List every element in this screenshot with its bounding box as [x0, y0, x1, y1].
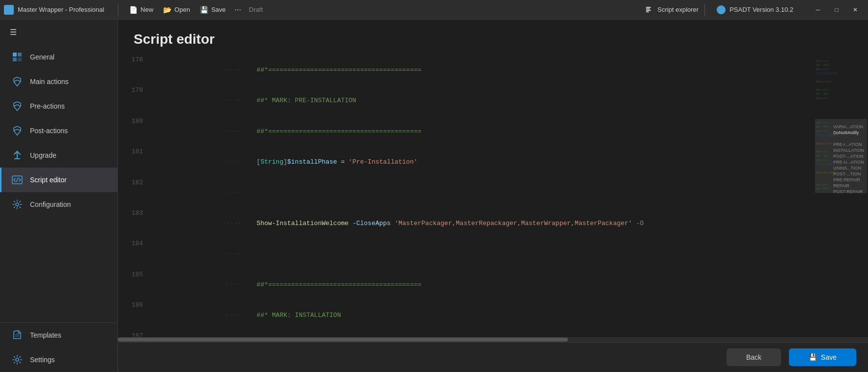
templates-label: Templates — [30, 331, 61, 339]
save-button[interactable]: 💾 Save — [789, 348, 856, 366]
code-param: -CloseApps — [352, 220, 391, 227]
line-content[interactable]: ···· ##*================================… — [161, 331, 814, 337]
svg-rect-7 — [646, 11, 649, 12]
minimap-label: REPAIR — [831, 183, 866, 189]
minimap-code-top: ##=====##* VARI##=====[String]$insShow-I… — [814, 55, 868, 119]
script-editor-label: Script editor — [30, 176, 67, 184]
templates-icon — [11, 330, 23, 341]
sidebar-item-pre-actions[interactable]: Pre-actions — [0, 94, 117, 118]
minimap-label: POST-REPAIR — [831, 189, 866, 195]
svg-rect-1 — [9, 6, 13, 9]
table-row: 184 ···· — [118, 239, 814, 269]
main-layout: ☰ General Main actions — [0, 20, 868, 372]
minimap-label: UNINS...TION — [831, 165, 866, 171]
sidebar-item-script-editor[interactable]: Script editor — [0, 168, 117, 192]
line-gutter — [151, 300, 161, 331]
window-controls: ─ □ ✕ — [809, 3, 864, 17]
general-icon — [11, 52, 23, 62]
separator-1 — [118, 4, 118, 16]
line-content[interactable]: ···· [String]$installPhase = 'Pre-Instal… — [161, 147, 814, 177]
sidebar-item-main-actions[interactable]: Main actions — [0, 69, 117, 94]
line-number: 179 — [118, 86, 151, 116]
svg-rect-2 — [5, 10, 8, 14]
line-content[interactable]: ···· — [161, 239, 814, 269]
sidebar-item-post-actions[interactable]: Post-actions — [0, 118, 117, 143]
psadt-icon — [717, 5, 726, 14]
svg-rect-11 — [18, 53, 22, 57]
line-number: 186 — [118, 300, 151, 331]
sidebar-item-settings[interactable]: Settings — [0, 347, 117, 372]
save-icon: 💾 — [200, 6, 208, 14]
maximize-button[interactable]: □ — [828, 3, 845, 17]
minimap-labels: VARIA...ATION DoNotModify PRE-I...ATION … — [831, 124, 866, 195]
save-button-icon: 💾 — [809, 353, 817, 361]
app-icon — [4, 5, 14, 15]
line-number: 187 — [118, 331, 151, 337]
line-number: 180 — [118, 116, 151, 147]
minimap-label: POST-...TION — [831, 171, 866, 177]
script-explorer-button[interactable]: Script explorer — [640, 4, 705, 16]
minimap-label: INSTALLATION — [831, 147, 866, 153]
script-explorer-icon — [645, 6, 653, 14]
table-row: 183 ···· Show-InstallationWelcome -Close… — [118, 208, 814, 239]
sidebar-item-upgrade[interactable]: Upgrade — [0, 143, 117, 168]
line-number: 184 — [118, 239, 151, 269]
back-button[interactable]: Back — [727, 348, 781, 366]
new-button[interactable]: 📄 New — [124, 4, 158, 16]
minimap-label: PRE-REPAIR — [831, 177, 866, 183]
svg-rect-3 — [9, 10, 13, 14]
code-editor[interactable]: 178 ···· ##*============================… — [118, 55, 814, 337]
line-content[interactable]: ···· ##*================================… — [161, 116, 814, 147]
dot-indent: ···· — [226, 312, 256, 319]
code-comment: ##*=====================================… — [256, 281, 421, 288]
more-button[interactable]: ··· — [231, 3, 245, 16]
line-number: 182 — [118, 178, 151, 208]
line-gutter — [151, 270, 161, 300]
line-content[interactable]: ···· ##* MARK: INSTALLATION — [161, 300, 814, 331]
line-content[interactable]: ···· Show-InstallationWelcome -CloseApps… — [161, 208, 814, 239]
minimap-label: POST-...ATION — [831, 153, 866, 159]
content-header: Script editor — [118, 20, 868, 55]
svg-rect-5 — [646, 8, 650, 9]
svg-rect-4 — [646, 7, 651, 8]
minimap-label: DoNotModify — [831, 130, 866, 136]
psadt-version: PSADT Version 3.10.2 — [711, 3, 799, 16]
open-button[interactable]: 📂 Open — [158, 4, 195, 16]
titlebar-right: Script explorer PSADT Version 3.10.2 ─ □… — [640, 3, 864, 17]
settings-icon — [11, 354, 23, 365]
editor-wrapper: 178 ···· ##*============================… — [118, 55, 868, 337]
scrollbar-thumb[interactable] — [118, 338, 568, 342]
sidebar-item-configuration[interactable]: Configuration — [0, 192, 117, 217]
sidebar-item-general[interactable]: General — [0, 45, 117, 69]
close-button[interactable]: ✕ — [846, 3, 864, 17]
code-table: 178 ···· ##*============================… — [118, 55, 814, 337]
main-actions-label: Main actions — [30, 78, 69, 86]
line-number: 181 — [118, 147, 151, 177]
line-content[interactable]: ···· ##*================================… — [161, 270, 814, 300]
horizontal-scrollbar[interactable] — [118, 337, 868, 342]
post-actions-icon — [11, 125, 23, 136]
minimize-button[interactable]: ─ — [809, 3, 827, 17]
hamburger-button[interactable]: ☰ — [0, 20, 117, 45]
open-icon: 📂 — [163, 6, 171, 14]
sidebar-spacer — [0, 217, 117, 322]
svg-point-9 — [720, 9, 722, 11]
svg-rect-12 — [13, 57, 17, 61]
sidebar-item-templates[interactable]: Templates — [0, 323, 117, 347]
minimap-label: PRE-I...ATION — [831, 142, 866, 147]
line-content[interactable]: ···· — [161, 178, 814, 208]
dot-indent: ···· — [226, 128, 256, 135]
table-row: 185 ···· ##*============================… — [118, 270, 814, 300]
dot-indent: ···· — [226, 189, 256, 196]
new-label: New — [140, 6, 153, 13]
line-content[interactable]: ···· ##* MARK: PRE-INSTALLATION — [161, 86, 814, 116]
minimap-label: VARIA...ATION — [831, 124, 866, 130]
line-content[interactable]: ···· ##*================================… — [161, 55, 814, 86]
line-gutter — [151, 55, 161, 86]
upgrade-label: Upgrade — [30, 151, 56, 159]
save-toolbar-button[interactable]: 💾 Save — [195, 4, 231, 16]
minimap-label: PRE-U...ATION — [831, 159, 866, 165]
script-editor-icon — [11, 174, 23, 185]
code-comment: ##*=====================================… — [256, 128, 421, 135]
minimap: ##=====##* VARI##=====[String]$insShow-I… — [814, 55, 868, 337]
